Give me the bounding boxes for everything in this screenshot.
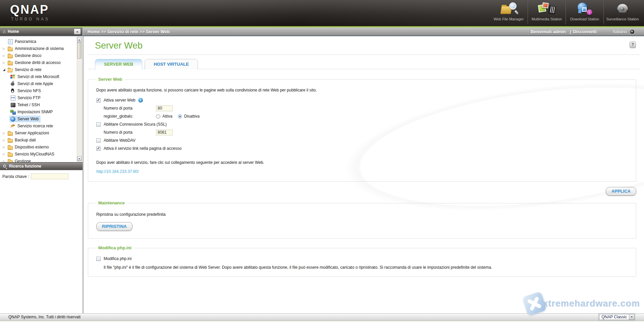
sidebar-item-servizio-ricerca-rete[interactable]: Servizio ricerca rete <box>0 122 83 129</box>
folder-icon <box>7 151 13 157</box>
main-content: Server Web ? SERVER WEB HOST VIRTUALE Se… <box>84 36 644 313</box>
terminal-icon <box>10 102 16 108</box>
station-label: Surveillance Station <box>604 17 641 21</box>
sidebar-item-gestione-disco[interactable]: ▷ Gestione disco <box>0 52 83 59</box>
qnap-logo-subtitle: TURBO NAS <box>11 17 50 21</box>
tree-collapsed-arrow[interactable]: ▷ <box>1 61 7 64</box>
nfs-icon <box>10 88 16 93</box>
info-icon[interactable] <box>138 98 143 103</box>
sidebar-item-server-web[interactable]: Server Web <box>0 115 83 122</box>
download-station-icon <box>575 2 594 17</box>
sidebar-collapse-button[interactable]: « <box>74 28 81 35</box>
enable-ssl-checkbox[interactable] <box>96 122 101 127</box>
folder-open-icon <box>7 67 13 72</box>
web-server-link[interactable]: http://10.164.233.37:80/ <box>96 169 139 174</box>
sidebar-item-telnet-ssh[interactable]: Telnet / SSH <box>0 101 83 108</box>
station-surveillance-station[interactable]: Surveillance Station <box>603 1 641 24</box>
web-server-hint: Dopo aver abilitato il servizio, fare cl… <box>96 160 628 165</box>
sidebar-item-server-applicazioni[interactable]: ▷ Server Applicazioni <box>0 129 83 136</box>
breadcrumb-bar: Home >> Servizio di rete >> Server Web B… <box>83 27 644 36</box>
folder-icon <box>7 137 13 143</box>
keyword-input[interactable] <box>31 174 68 179</box>
restore-button[interactable]: RIPRISTINA <box>96 222 132 231</box>
station-download-station[interactable]: Download Station <box>566 1 603 24</box>
sidebar-item-servizi-di-rete-apple[interactable]: Servizi di rete Apple <box>0 80 83 87</box>
sidebar-item-label: Impostazioni SNMP <box>17 110 53 114</box>
station-label: Multimedia Station <box>528 17 566 21</box>
sidebar-item-label: Gestione disco <box>15 53 41 58</box>
tree-collapsed-arrow[interactable]: ▷ <box>1 159 7 163</box>
enable-login-link-label: Attiva il servizio link nella pagina di … <box>104 146 181 151</box>
maintenance-legend: Maintenance <box>96 200 127 205</box>
sidebar-item-label: Servizio di rete <box>15 67 41 72</box>
scrollbar-thumb[interactable] <box>77 43 82 59</box>
folder-icon <box>7 158 13 163</box>
sidebar-item-servizio-mycloudnas[interactable]: ▷ Servizio MyCloudNAS <box>0 150 83 157</box>
language-dropdown-icon[interactable]: ▼ <box>630 29 635 34</box>
tab-server-web[interactable]: SERVER WEB <box>95 59 142 69</box>
scroll-down-button[interactable]: ▼ <box>77 156 82 161</box>
sidebar-scrollbar[interactable]: ▲ ▼ <box>77 37 82 162</box>
help-button[interactable]: ? <box>630 42 636 48</box>
sidebar-item-gestione-diritti-di-accesso[interactable]: ▷ Gestione diritti di accesso <box>0 59 83 66</box>
port-input[interactable] <box>156 106 173 111</box>
tree-collapsed-arrow[interactable]: ▷ <box>1 131 7 135</box>
logout-link[interactable]: Disconnetti <box>573 29 597 34</box>
maintenance-section: Maintenance Ripristina su configurazione… <box>88 203 636 239</box>
apply-button[interactable]: APPLICA <box>606 187 636 196</box>
sidebar-item-panoramica[interactable]: Panoramica <box>0 38 83 45</box>
sidebar-item-gestione[interactable]: ▷ Gestione <box>0 157 83 162</box>
folder-icon <box>7 130 13 136</box>
sidebar-item-servizio-ftp[interactable]: Servizio FTP <box>0 94 83 101</box>
sidebar-item-servizio-nfs[interactable]: Servizio NFS <box>0 87 83 94</box>
sidebar-item-label: Server Web <box>17 117 39 121</box>
station-multimedia-station[interactable]: Multimedia Station <box>528 1 566 24</box>
tree-collapsed-arrow[interactable]: ▷ <box>1 47 7 50</box>
station-web-file-manager[interactable]: Web File Manager <box>490 1 528 24</box>
enable-login-link-checkbox[interactable] <box>96 146 101 151</box>
sidebar-item-backup-dati[interactable]: ▷ Backup dati <box>0 136 83 143</box>
radio-disattiva[interactable] <box>178 114 182 119</box>
scroll-up-button[interactable]: ▲ <box>77 37 82 42</box>
tab-bar: SERVER WEB HOST VIRTUALE <box>88 59 639 69</box>
sidebar-item-amministrazione-di-sistema[interactable]: ▷ Amministrazione di sistema <box>0 45 83 52</box>
ssl-port-input[interactable] <box>156 130 173 135</box>
sidebar-item-label: Servizi di rete Apple <box>17 81 53 86</box>
tab-host-virtuale[interactable]: HOST VIRTUALE <box>145 59 198 69</box>
sidebar: Panoramica▷ Amministrazione di sistema▷ … <box>0 36 83 313</box>
port-label: Numero di porta <box>104 106 156 111</box>
php-ini-checkbox-label: Modifica php.ini <box>104 256 131 261</box>
server-web-section: Server Web Dopo avere abilitato questa f… <box>88 79 636 182</box>
snmp-icon <box>10 109 16 115</box>
sidebar-item-impostazioni-snmp[interactable]: Impostazioni SNMP <box>0 108 83 115</box>
tree-expanded-arrow[interactable]: ◢ <box>1 68 7 71</box>
enable-webdav-checkbox[interactable] <box>96 138 101 143</box>
sidebar-item-servizio-di-rete[interactable]: ◢ Servizio di rete <box>0 66 83 73</box>
footer-bar: QNAP Systems, Inc. Tutti i diritti riser… <box>0 313 644 321</box>
tree-collapsed-arrow[interactable]: ▷ <box>1 54 7 57</box>
radio-attiva[interactable] <box>156 114 160 119</box>
apple-icon <box>10 81 16 86</box>
sidebar-item-dispositivo-esterno[interactable]: ▷ Dispositivo esterno <box>0 143 83 150</box>
register-globals-options: Attiva Disattiva <box>156 114 205 119</box>
theme-select-arrow-icon[interactable]: ▼ <box>629 314 634 320</box>
sidebar-item-label: Servizio MyCloudNAS <box>15 152 54 156</box>
home-icon: ⌂ <box>3 28 6 34</box>
enable-web-server-checkbox[interactable] <box>96 98 101 103</box>
welcome-text: Benvenuti admin <box>531 29 566 34</box>
sidebar-item-servizi-di-rete-microsoft[interactable]: Servizi di rete Microsoft <box>0 73 83 80</box>
theme-select[interactable]: QNAP Classic ▼ <box>599 314 635 320</box>
app-header: QNAP TURBO NAS Web File Manager Multimed… <box>0 0 644 26</box>
sidebar-item-label: Backup dati <box>15 138 36 142</box>
station-list: Web File Manager Multimedia Station Down… <box>490 1 641 24</box>
sidebar-item-label: Dispositivo esterno <box>15 145 49 149</box>
qnap-logo: QNAP <box>10 3 49 17</box>
navigation-tree: Panoramica▷ Amministrazione di sistema▷ … <box>0 36 83 162</box>
sidebar-header: ⌂ Home « <box>0 27 83 36</box>
tree-collapsed-arrow[interactable]: ▷ <box>1 145 7 149</box>
tree-collapsed-arrow[interactable]: ▷ <box>1 152 7 156</box>
sidebar-item-label: Servizio ricerca rete <box>17 124 53 128</box>
function-search-title: Ricerca funzione <box>9 164 41 169</box>
php-ini-checkbox[interactable] <box>96 257 101 261</box>
tree-collapsed-arrow[interactable]: ▷ <box>1 138 7 142</box>
